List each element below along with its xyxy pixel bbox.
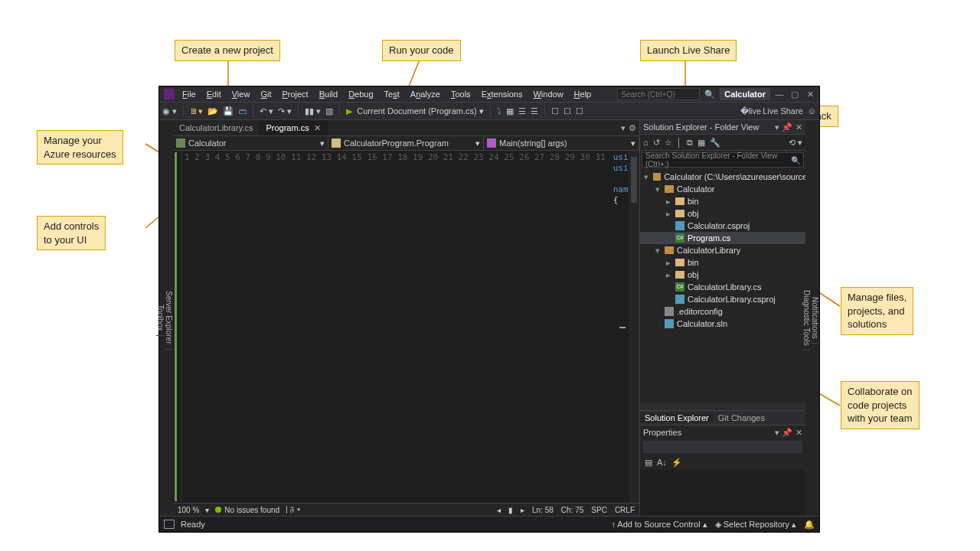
show-all-icon[interactable]: ☆	[665, 138, 672, 148]
step-over-icon[interactable]: ⤵	[497, 106, 501, 116]
start-debug-button[interactable]: ▶	[346, 106, 352, 116]
properties-grid[interactable]	[640, 470, 805, 516]
tab-dropdown-icon[interactable]: ▾	[621, 123, 626, 133]
tree-row[interactable]: Calculator.csproj	[640, 220, 805, 232]
solution-platform-dropdown[interactable]: ▥	[325, 106, 333, 116]
issues-label[interactable]: No issues found	[224, 506, 279, 514]
tree-row[interactable]: .editorconfig	[640, 305, 805, 318]
server-explorer-tab[interactable]: Server Explorer	[165, 286, 173, 349]
uncomment-icon[interactable]: ☐	[576, 106, 583, 116]
select-repository-button[interactable]: ◈ Select Repository ▴	[715, 520, 796, 530]
comment-icon[interactable]: ☐	[564, 106, 571, 116]
panel-close-icon[interactable]: ✕	[795, 428, 802, 438]
menu-edit[interactable]: Edit	[204, 90, 224, 99]
window-minimize-button[interactable]: —	[775, 90, 784, 99]
tree-row[interactable]: C#CalculatorLibrary.cs	[640, 281, 805, 293]
panel-horizontal-scrollbar[interactable]	[640, 403, 805, 410]
menu-test[interactable]: Test	[381, 90, 403, 99]
nav-project-dropdown[interactable]: Calculator▾	[173, 136, 328, 150]
menu-tools[interactable]: Tools	[448, 90, 474, 99]
tree-row[interactable]: C#Program.cs	[640, 232, 805, 244]
events-icon[interactable]: ⚡	[671, 458, 682, 468]
categorized-icon[interactable]: ▤	[645, 458, 652, 468]
menu-project[interactable]: Project	[279, 90, 311, 99]
health-icon[interactable]: | 𝔉 ▾	[286, 505, 300, 514]
tree-root[interactable]: ▾Calculator (C:\Users\azureuser\source\r…	[640, 171, 805, 183]
vertical-scrollbar[interactable]	[629, 151, 639, 503]
line-endings[interactable]: CRLF	[615, 506, 635, 514]
tab-solution-explorer[interactable]: Solution Explorer	[640, 413, 714, 422]
outdent-icon[interactable]: ☰	[531, 106, 538, 116]
search-icon: 🔍	[791, 156, 800, 165]
properties-object-dropdown[interactable]	[643, 441, 802, 453]
tree-row[interactable]: Calculator.sln	[640, 318, 805, 330]
window-maximize-button[interactable]: ▢	[790, 90, 799, 99]
search-input[interactable]	[617, 88, 700, 100]
alphabetical-icon[interactable]: A↓	[657, 458, 667, 467]
menu-git[interactable]: Git	[257, 90, 274, 99]
new-project-button[interactable]: 🗎▾	[190, 106, 203, 116]
menu-file[interactable]: File	[179, 90, 199, 99]
ok-icon	[215, 507, 221, 513]
code-editor[interactable]: 1 2 3 4 5 6 7 8 9 10 11 12 13 14 15 16 1…	[173, 151, 639, 503]
menu-debug[interactable]: Debug	[345, 90, 376, 99]
save-button[interactable]: 💾	[223, 106, 234, 116]
caret-line: Ln: 58	[532, 506, 554, 514]
indent-mode[interactable]: SPC	[591, 506, 607, 514]
menu-extensions[interactable]: Extensions	[479, 90, 526, 99]
tree-row[interactable]: ▾Calculator	[640, 183, 805, 195]
menu-bar: File Edit View Git Project Build Debug T…	[159, 86, 819, 102]
tree-row[interactable]: ▾CalculatorLibrary	[640, 244, 805, 256]
save-all-button[interactable]: 🗃	[238, 106, 247, 116]
breakpoints-icon[interactable]: ▦	[506, 106, 514, 116]
tree-row[interactable]: ▸obj	[640, 207, 805, 220]
add-source-control-button[interactable]: ↑ Add to Source Control ▴	[611, 520, 707, 530]
tree-row[interactable]: CalculatorLibrary.csproj	[640, 293, 805, 305]
open-file-button[interactable]: 📂	[207, 106, 218, 116]
callout-manage-files: Manage files, projects, and solutions	[841, 287, 913, 335]
bookmark-icon[interactable]: ☐	[551, 106, 559, 116]
nav-class-dropdown[interactable]: CalculatorProgram.Program▾	[328, 136, 484, 150]
notifications-icon[interactable]: 🔔	[804, 520, 815, 530]
search-icon[interactable]: 🔍	[704, 89, 715, 99]
menu-build[interactable]: Build	[316, 90, 341, 99]
close-icon[interactable]: ✕	[314, 123, 321, 133]
diagnostic-tools-tab[interactable]: Diagnostic Tools	[802, 285, 811, 351]
run-target-dropdown[interactable]: Current Document (Program.cs) ▾	[357, 106, 484, 116]
home-icon[interactable]: ⌂	[643, 138, 648, 147]
window-close-button[interactable]: ✕	[805, 90, 815, 99]
tree-row[interactable]: ▸bin	[640, 256, 805, 269]
tab-calculatorlibrary[interactable]: CalculatorLibrary.cs	[173, 120, 260, 135]
indent-icon[interactable]: ☰	[518, 106, 526, 116]
output-icon[interactable]	[164, 520, 175, 529]
live-share-button[interactable]: �live Live Share	[740, 106, 803, 116]
undo-button[interactable]: ↶ ▾	[260, 106, 273, 116]
wrench-icon[interactable]: 🔧	[710, 138, 720, 148]
zoom-level[interactable]: 100 %	[178, 506, 199, 514]
tree-row[interactable]: ▸obj	[640, 269, 805, 281]
tree-row[interactable]: ▸bin	[640, 195, 805, 207]
solution-explorer-search[interactable]: Search Solution Explorer - Folder View (…	[642, 152, 804, 168]
toolbox-tab[interactable]: Toolbox	[156, 300, 165, 336]
pin-icon[interactable]: ▾ 📌	[775, 122, 792, 132]
tab-git-changes[interactable]: Git Changes	[714, 413, 769, 422]
pin-icon[interactable]: ▾ 📌	[775, 428, 792, 438]
view-icon[interactable]: ▦	[697, 138, 705, 148]
menu-window[interactable]: Window	[530, 90, 566, 99]
notifications-tab[interactable]: Notifications	[811, 292, 819, 344]
redo-button[interactable]: ↷ ▾	[278, 106, 292, 116]
solution-name-label: Calculator	[720, 88, 770, 100]
sync-icon[interactable]: ↺	[653, 138, 660, 148]
menu-view[interactable]: View	[229, 90, 253, 99]
panel-close-icon[interactable]: ✕	[795, 122, 802, 132]
feedback-button[interactable]: ☺	[808, 106, 816, 116]
nav-method-dropdown[interactable]: Main(string[] args)▾	[484, 136, 639, 150]
menu-analyze[interactable]: Analyze	[407, 90, 443, 99]
collapse-icon[interactable]: ⧉	[687, 138, 693, 148]
gear-icon[interactable]: ⚙	[629, 123, 636, 133]
menu-help[interactable]: Help	[571, 90, 595, 99]
tab-program[interactable]: Program.cs✕	[260, 120, 327, 135]
solution-config-dropdown[interactable]: ▮▮ ▾	[305, 106, 321, 116]
switch-view-icon[interactable]: ⟲ ▾	[789, 138, 802, 148]
nav-back-button[interactable]: ◉ ▾	[162, 106, 177, 116]
